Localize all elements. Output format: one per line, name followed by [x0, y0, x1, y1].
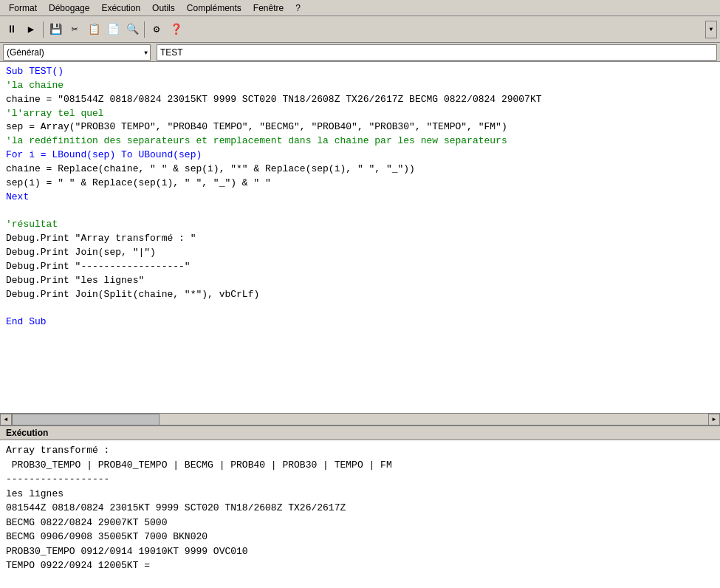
scroll-track[interactable] — [12, 414, 708, 425]
toolbar-copy-btn[interactable]: 📋 — [85, 21, 103, 38]
exec-header: Exécution — [0, 425, 720, 440]
scroll-thumb[interactable] — [12, 414, 160, 425]
toolbar-sep-1 — [43, 21, 44, 38]
menu-fenetre[interactable]: Fenêtre — [247, 2, 289, 14]
scope-proc-label: TEST — [157, 44, 717, 61]
toolbar-settings-btn[interactable]: ⚙ — [148, 21, 165, 38]
menu-complements[interactable]: Compléments — [181, 2, 247, 14]
toolbar-help-btn[interactable]: ❓ — [167, 21, 185, 38]
toolbar-sep-2 — [144, 21, 145, 38]
menu-help[interactable]: ? — [289, 2, 306, 14]
toolbar-play-btn[interactable]: ▶ — [22, 21, 40, 38]
menu-format[interactable]: Format — [3, 2, 43, 14]
scope-general-select[interactable]: (Général) — [3, 44, 151, 61]
menu-debogage[interactable]: Débogage — [43, 2, 95, 14]
toolbar-paste-btn[interactable]: 📄 — [104, 21, 122, 38]
menu-execution[interactable]: Exécution — [95, 2, 146, 14]
toolbar-dropdown[interactable]: ▼ — [705, 21, 717, 38]
menu-bar: Format Débogage Exécution Outils Complém… — [0, 0, 720, 16]
toolbar: ⏸ ▶ 💾 ✂ 📋 📄 🔍 ⚙ ❓ ▼ — [0, 16, 720, 43]
scroll-left-btn[interactable]: ◄ — [0, 414, 12, 425]
exec-panel: Array transformé : PROB30_TEMPO | PROB40… — [0, 440, 720, 588]
scroll-right-btn[interactable]: ► — [708, 414, 720, 425]
scope-select-wrapper: (Général) — [3, 44, 151, 61]
toolbar-cut-btn[interactable]: ✂ — [66, 21, 83, 38]
main-area: Sub TEST() 'la chaine chaine = "081544Z … — [0, 62, 720, 588]
code-editor[interactable]: Sub TEST() 'la chaine chaine = "081544Z … — [0, 62, 720, 413]
editor-area: Sub TEST() 'la chaine chaine = "081544Z … — [0, 62, 720, 425]
editor-scrollbar: ◄ ► — [0, 413, 720, 425]
toolbar-save-btn[interactable]: 💾 — [47, 21, 64, 38]
toolbar-find-btn[interactable]: 🔍 — [123, 21, 141, 38]
scope-bar: (Général) TEST — [0, 43, 720, 62]
toolbar-pause-btn[interactable]: ⏸ — [3, 21, 21, 38]
menu-outils[interactable]: Outils — [146, 2, 181, 14]
